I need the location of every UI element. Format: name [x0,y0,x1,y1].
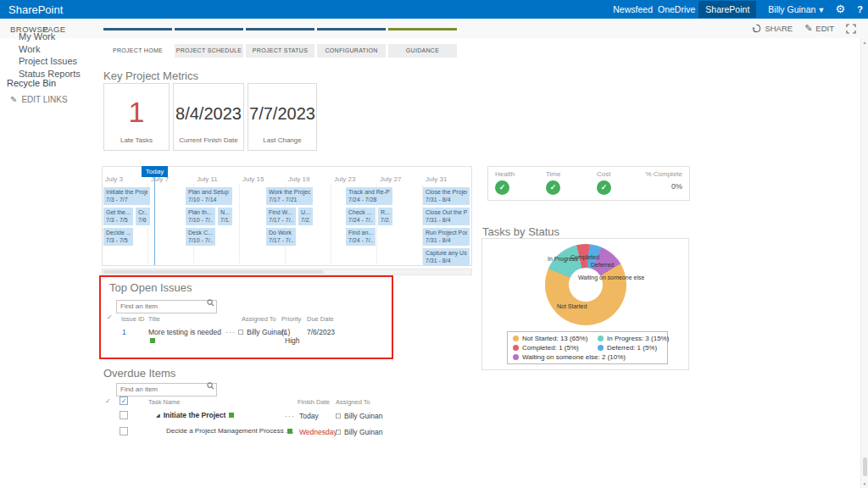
green-check-icon: ✓ [495,180,509,195]
presence-indicator [336,413,341,419]
gantt-task-bar[interactable]: Get the...7/3 - 7/5 [103,208,133,225]
task-name: Initiate the Project [106,189,147,197]
tab-project-status[interactable]: PROJECT STATUS [246,28,314,58]
task-name: R... [381,209,390,217]
col-priority[interactable]: Priority [281,315,301,323]
sharepoint-logo[interactable]: SharePoint [8,3,63,16]
gantt-task-bar[interactable]: U...7/2... [298,208,313,225]
suite-nav: NewsfeedOneDriveSharePoint Billy Guinan … [611,0,863,19]
gantt-task-bar[interactable]: Plan and Setup th...7/10 - 7/14 [186,187,232,205]
tab-configuration[interactable]: CONFIGURATION [317,28,386,58]
select-all-check-icon[interactable]: ✓ [105,397,111,405]
issue-priority-level: High [285,336,299,345]
expand-node-icon[interactable]: ◢ [156,413,160,418]
col-assigned-to[interactable]: Assigned To [336,398,370,406]
gantt-task-bar[interactable]: Do Work7/17 - 7/... [266,228,296,246]
user-menu[interactable]: Billy Guinan ▾ [768,4,823,14]
search-icon[interactable] [207,382,214,390]
gantt-scrollbar-thumb[interactable] [103,270,324,274]
task-name: Work the Project [269,189,310,197]
scrollbar-thumb[interactable] [863,458,867,476]
task-row-checkbox[interactable] [120,411,128,419]
task-name: Cr... [138,209,147,217]
gantt-task-bar[interactable]: Track and Re-Plan...7/24 - 7/28 [346,187,392,205]
legend-text: Not Started: 13 (65%) [522,335,587,342]
focus-mode-button[interactable] [846,24,856,34]
gantt-task-bar[interactable]: Run Project Post-...7/31 - 8/4 [423,228,470,246]
search-icon[interactable] [207,299,214,307]
gantt-task-bar[interactable]: Capture any Usef...7/31 - 8/4 [423,248,470,266]
col-assigned-to[interactable]: Assigned To [242,315,276,323]
issue-title[interactable]: More testing is needed [148,328,221,336]
gantt-date-label: July 19 [288,175,309,183]
task-ellipsis-menu[interactable]: ··· [285,413,295,419]
col-title[interactable]: Title [148,315,160,323]
share-button[interactable]: SHARE [752,24,793,33]
issues-search-input[interactable] [116,300,217,313]
task-range: 7/3 - 7/5 [106,237,131,245]
scroll-up-icon[interactable]: ▲ [861,40,868,45]
legend-item: Not Started: 13 (65%) [513,335,598,342]
donut-hole [569,268,603,302]
vertical-scrollbar[interactable]: ▲ ▼ [860,38,868,488]
col-issue-id[interactable]: Issue ID [121,315,145,323]
issue-status-icon [150,338,155,343]
suite-links: NewsfeedOneDriveSharePoint [611,1,756,18]
col-due-date[interactable]: Due Date [307,315,334,323]
edit-button[interactable]: ✎ EDIT [804,23,834,34]
tab-guidance[interactable]: GUIDANCE [388,28,457,58]
task-name[interactable]: Initiate the Project [164,411,226,419]
sidebar-item-project-issues[interactable]: Project Issues [19,55,81,68]
task-row-checkbox[interactable] [120,427,128,435]
gantt-horizontal-scrollbar[interactable] [102,269,472,275]
gantt-date-label: July 31 [426,175,447,183]
gantt-task-bar[interactable]: R...7/2... [378,208,392,225]
tab-accent-bar [246,28,314,30]
metric-cards: 1Late Tasks8/4/2023Current Finish Date7/… [103,83,317,151]
tab-project-home[interactable]: PROJECT HOME [103,28,172,58]
overdue-search-input[interactable] [116,383,217,396]
issue-id-link[interactable]: 1 [122,328,126,336]
table-row[interactable]: Decide a Project Management Process [166,427,292,435]
task-name[interactable]: Decide a Project Management Process [166,427,284,435]
issue-assigned-to[interactable]: Billy Guinan [247,328,285,336]
gantt-task-bar[interactable]: Work the Project7/17 - 7/21 [266,187,313,205]
task-ellipsis-menu[interactable]: ··· [285,429,295,435]
select-all-checkbox[interactable]: ✓ [120,396,128,405]
sidebar-item-work[interactable]: Work [19,43,81,56]
issue-ellipsis-menu[interactable]: ··· [225,329,236,336]
gantt-task-bar[interactable]: Desk C...7/10 - 7/... [186,228,215,246]
edit-links-button[interactable]: ✎ EDIT LINKS [10,95,68,104]
suite-link-onedrive[interactable]: OneDrive [656,1,697,18]
tab-project-schedule[interactable]: PROJECT SCHEDULE [175,28,243,58]
sidebar-item-recycle-bin[interactable]: Recycle Bin [7,78,56,88]
legend-item: Waiting on someone else: 2 (10%) [513,353,669,361]
percent-complete-label: % Complete [645,170,682,178]
sidebar-item-my-work[interactable]: My Work [19,30,81,43]
gantt-task-bar[interactable]: Decide ...7/3 - 7/5 [103,228,133,246]
gantt-task-bar[interactable]: Plan th...7/10 - 7/... [186,208,215,225]
task-status-icon [229,413,234,418]
task-assigned-to[interactable]: Billy Guinan [344,412,382,420]
gantt-task-bar[interactable]: Cr...7/6 [136,208,150,225]
col-task-name[interactable]: Task Name [148,398,181,406]
task-assigned-to[interactable]: Billy Guinan [344,428,382,436]
select-all-check-icon[interactable]: ✓ [107,313,113,321]
gantt-task-bar[interactable]: Initiate the Project7/3 - 7/7 [103,187,150,205]
gantt-task-bar[interactable]: Close Out the Proj...7/31 - 8/4 [423,208,470,225]
gantt-task-bar[interactable]: Check ...7/24 - 7/... [346,208,376,225]
scroll-down-icon[interactable]: ▼ [861,481,868,486]
gantt-task-bar[interactable]: Find an...7/24 - 7/... [346,228,376,246]
help-icon[interactable]: ? [857,0,863,19]
gantt-task-bar[interactable]: N...7/1... [218,208,232,225]
overdue-search-box [116,380,217,393]
col-finish-date[interactable]: Finish Date [298,398,330,406]
gantt-task-bar[interactable]: Find W...7/17 - 7/... [266,208,296,225]
gantt-task-bar[interactable]: Close the Project7/31 - 8/4 [423,187,470,205]
task-name: Plan th... [188,209,213,217]
gear-icon[interactable]: ⚙ [836,0,846,19]
task-name: Check ... [348,209,373,217]
suite-link-newsfeed[interactable]: Newsfeed [611,1,654,18]
suite-link-sharepoint[interactable]: SharePoint [698,1,756,18]
table-row[interactable]: ◢ Initiate the Project [156,411,234,419]
